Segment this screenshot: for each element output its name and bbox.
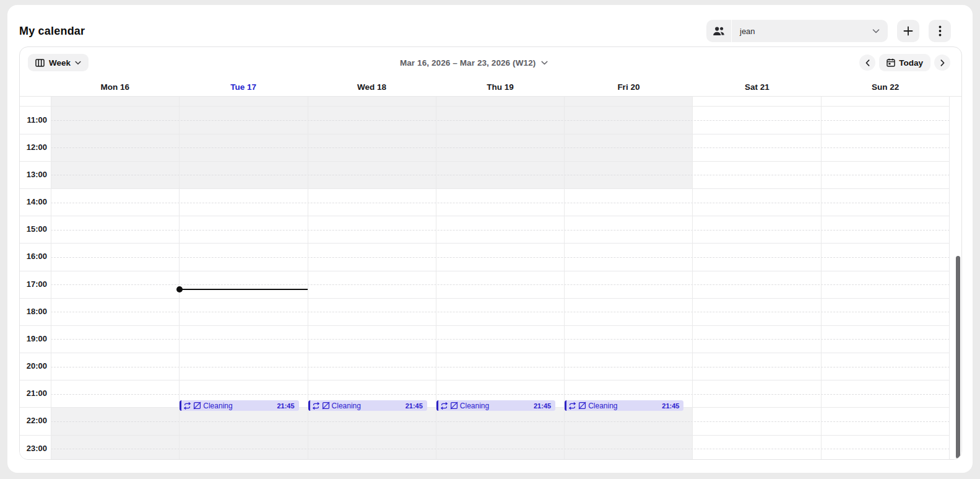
time-label-1500: 15:00 <box>20 224 47 234</box>
kebab-icon <box>939 25 942 37</box>
people-icon <box>706 20 731 42</box>
plus-icon <box>903 26 913 36</box>
day-header-tue-17: Tue 17 <box>179 82 307 92</box>
event-time: 21:45 <box>662 402 679 410</box>
day-header-row: Mon 16Tue 17Wed 18Thu 19Fri 20Sat 21Sun … <box>20 78 961 97</box>
today-button[interactable]: Today <box>879 54 930 71</box>
event-cleaning-tue-17[interactable]: Cleaning21:45 <box>180 400 298 411</box>
day-column-thu-19[interactable]: Cleaning21:45 <box>436 97 564 459</box>
chevron-down-icon <box>872 29 880 33</box>
user-filter-group: jean <box>706 20 888 42</box>
day-column-sat-21[interactable] <box>692 97 820 459</box>
event-time: 21:45 <box>534 402 551 410</box>
day-header-sun-22: Sun 22 <box>822 82 950 92</box>
day-columns-layer: Cleaning21:45Cleaning21:45Cleaning21:45C… <box>51 97 950 459</box>
event-title: Cleaning <box>203 402 232 410</box>
chevron-down-icon <box>75 61 81 65</box>
event-cleaning-fri-20[interactable]: Cleaning21:45 <box>565 400 683 411</box>
calendar-nav: Today <box>859 54 950 71</box>
time-label-1900: 19:00 <box>20 334 47 344</box>
vertical-scrollbar[interactable] <box>956 256 960 459</box>
current-time-indicator <box>180 289 307 290</box>
today-button-label: Today <box>899 58 923 68</box>
repeat-icon <box>183 402 191 410</box>
time-label-2000: 20:00 <box>20 361 47 371</box>
time-label-1800: 18:00 <box>20 307 47 317</box>
day-header-wed-18: Wed 18 <box>308 82 436 92</box>
calendar-widget: Week Mar 16, 2026 – Mar 23, 2026 (W12) <box>19 46 962 460</box>
add-button[interactable] <box>897 20 919 42</box>
user-select[interactable]: jean <box>732 20 888 42</box>
event-title: Cleaning <box>460 402 489 410</box>
date-range-label: Mar 16, 2026 – Mar 23, 2026 (W12) <box>400 58 536 68</box>
repeat-icon <box>568 402 576 410</box>
day-header-mon-16: Mon 16 <box>51 82 179 92</box>
more-options-button[interactable] <box>929 20 951 42</box>
calendar-icon <box>887 58 895 67</box>
event-cleaning-wed-18[interactable]: Cleaning21:45 <box>308 400 427 411</box>
repeat-icon <box>312 402 320 410</box>
view-selector-label: Week <box>49 58 71 68</box>
time-label-1300: 13:00 <box>20 170 47 180</box>
calendar-toolbar: Week Mar 16, 2026 – Mar 23, 2026 (W12) <box>20 47 961 78</box>
slash-square-icon <box>450 402 458 410</box>
event-title: Cleaning <box>332 402 361 410</box>
week-grid-viewport: 11:0012:0013:0014:0015:0016:0017:0018:00… <box>20 97 961 459</box>
week-columns-icon <box>35 59 45 67</box>
time-label-2100: 21:00 <box>20 389 47 398</box>
week-grid: 11:0012:0013:0014:0015:0016:0017:0018:00… <box>20 97 950 459</box>
chevron-down-icon <box>541 61 548 65</box>
time-label-1600: 16:00 <box>20 252 47 261</box>
day-column-fri-20[interactable]: Cleaning21:45 <box>564 97 692 459</box>
time-label-1400: 14:00 <box>20 197 47 207</box>
prev-week-button[interactable] <box>859 55 875 71</box>
page-header: My calendar jean <box>7 5 973 51</box>
day-column-sun-22[interactable] <box>821 97 950 459</box>
day-column-tue-17[interactable]: Cleaning21:45 <box>179 97 307 459</box>
date-range-selector[interactable]: Mar 16, 2026 – Mar 23, 2026 (W12) <box>89 58 859 68</box>
time-label-2300: 23:00 <box>20 444 47 454</box>
page-title: My calendar <box>19 25 85 38</box>
event-time: 21:45 <box>277 402 294 410</box>
header-actions: jean <box>706 20 951 42</box>
view-selector-button[interactable]: Week <box>28 54 89 71</box>
day-header-fri-20: Fri 20 <box>565 82 693 92</box>
chevron-left-icon <box>865 59 870 66</box>
chevron-right-icon <box>940 59 945 66</box>
user-select-value: jean <box>740 27 755 36</box>
day-column-mon-16[interactable] <box>51 97 179 459</box>
calendar-page-card: My calendar jean <box>7 5 973 473</box>
next-week-button[interactable] <box>934 55 950 71</box>
time-label-2200: 22:00 <box>20 416 47 426</box>
time-label-1200: 12:00 <box>20 143 47 152</box>
slash-square-icon <box>578 402 586 410</box>
event-title: Cleaning <box>588 402 617 410</box>
slash-square-icon <box>322 402 330 410</box>
event-time: 21:45 <box>405 402 423 410</box>
event-cleaning-thu-19[interactable]: Cleaning21:45 <box>436 400 555 411</box>
repeat-icon <box>440 402 448 410</box>
time-label-1100: 11:00 <box>20 115 47 125</box>
day-column-wed-18[interactable]: Cleaning21:45 <box>308 97 436 459</box>
time-label-1700: 17:00 <box>20 279 47 289</box>
slash-square-icon <box>193 402 201 410</box>
day-header-thu-19: Thu 19 <box>436 82 564 92</box>
day-header-sat-21: Sat 21 <box>693 82 821 92</box>
